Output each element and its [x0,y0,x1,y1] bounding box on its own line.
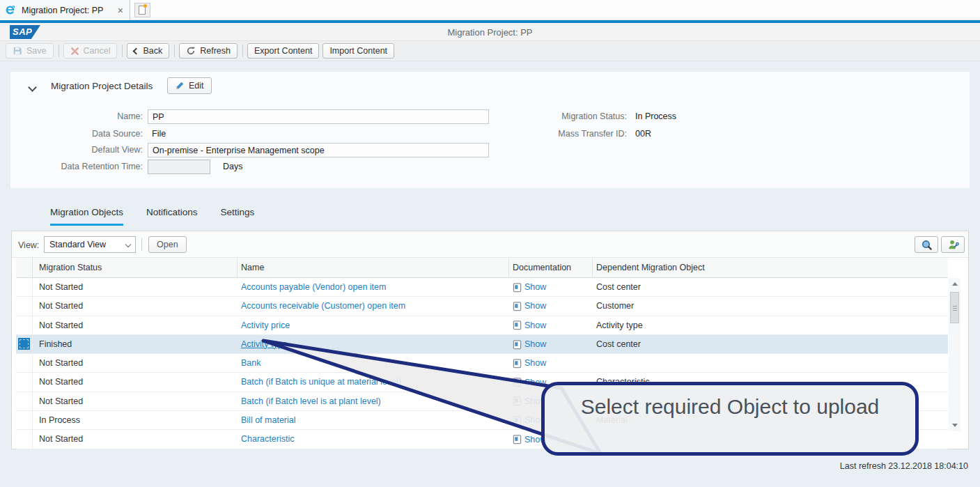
row-selector[interactable] [16,430,33,448]
row-status: Not Started [33,354,238,372]
show-documentation-link[interactable]: Show [524,297,546,315]
personalize-button[interactable] [941,236,965,253]
scroll-up-icon[interactable] [949,278,960,290]
show-documentation-link[interactable]: Show [524,335,546,353]
document-icon [513,396,522,406]
name-field[interactable] [148,109,489,124]
row-selector[interactable] [16,297,33,315]
document-icon [513,320,522,330]
view-label: View: [18,240,39,250]
table-row: Not Started Bank Show [16,354,948,373]
show-documentation-link[interactable]: Show [524,373,546,392]
chevron-down-icon [125,242,131,247]
migration-status-label: Migration Status: [501,111,627,121]
row-dependent: Cost center [593,335,948,353]
save-icon [13,46,22,56]
scrollbar-thumb[interactable] [950,292,959,323]
row-selector[interactable] [16,392,33,410]
row-selector[interactable] [16,411,33,429]
scroll-down-icon[interactable] [949,419,960,431]
main-toolbar: Save Cancel Back Refresh Export Content … [0,41,980,61]
data-source-label: Data Source: [10,129,143,139]
show-documentation-link[interactable]: Show [524,278,546,296]
row-selector[interactable] [16,373,33,391]
user-settings-icon [947,239,959,251]
select-all-column-header[interactable] [16,258,33,277]
cancel-x-icon [70,47,79,56]
chevron-down-icon [28,83,37,92]
row-status: Not Started [33,430,238,448]
table-scrollbar[interactable] [949,278,960,431]
annotation-text: Select required Object to upload [556,393,904,420]
document-icon [513,377,522,387]
row-status: Not Started [33,297,238,315]
search-icon [921,239,933,251]
view-select-value: Standard View [49,240,106,249]
migration-project-details-panel: Migration Project Details Edit Name: Dat… [10,72,970,188]
data-retention-field[interactable] [148,160,210,174]
row-selector[interactable] [16,354,33,372]
toolbar-separator [174,45,175,57]
document-icon [513,339,522,350]
tab-close-icon[interactable]: × [116,6,125,15]
days-unit-label: Days [223,162,242,171]
object-link[interactable]: Characteristic [241,434,294,444]
pencil-icon [175,81,185,91]
row-selector[interactable] [16,335,33,353]
chevron-left-icon [133,47,140,54]
object-link[interactable]: Batch (if Batch level is at plant level) [241,396,381,406]
view-select[interactable]: Standard View [44,236,136,253]
default-view-field[interactable] [148,143,489,157]
column-header-documentation[interactable]: Documentation [509,258,593,277]
back-button[interactable]: Back [127,43,169,59]
last-refresh-status: Last refresh 23.12.2018 18:04:10 [840,461,968,471]
object-link[interactable]: Activity price [241,320,290,330]
show-documentation-link[interactable]: Show [524,316,546,334]
default-view-label: Default View: [10,145,143,155]
object-link[interactable]: Batch (if Batch is unique at material le… [241,377,401,387]
column-header-migration-status[interactable]: Migration Status [33,258,238,277]
object-link[interactable]: Accounts receivable (Customer) open item [241,301,405,311]
object-link[interactable]: Accounts payable (Vendor) open item [241,282,386,292]
object-link[interactable]: Bank [241,358,261,368]
document-icon [513,358,522,369]
tab-notifications[interactable]: Notifications [146,207,198,226]
browser-tab[interactable]: Migration Project: PP × [0,0,130,20]
toolbar-separator [59,45,59,57]
import-content-button[interactable]: Import Content [322,43,394,59]
column-header-name[interactable]: Name [238,258,509,277]
table-row: Not Started Activity price Show Activity… [16,316,948,335]
row-selector[interactable] [16,278,33,296]
search-button[interactable] [915,236,938,253]
cancel-button[interactable]: Cancel [63,43,118,59]
document-icon [513,301,522,311]
row-status: In Process [33,411,238,429]
toolbar-separator [141,238,142,251]
save-button[interactable]: Save [6,43,54,59]
migration-status-value: In Process [635,111,676,121]
tab-strip: Migration Objects Notifications Settings [50,207,277,226]
toolbar-separator [122,45,123,57]
sap-header: Migration Project: PP SAP [0,23,980,41]
refresh-button[interactable]: Refresh [179,43,238,59]
page-title: Migration Project: PP [0,27,980,38]
column-header-dependent[interactable]: Dependent Migration Object [593,258,948,277]
new-tab-sparkle-icon [143,4,147,8]
tab-migration-objects[interactable]: Migration Objects [50,207,123,226]
export-content-button[interactable]: Export Content [247,43,319,59]
row-status: Finished [33,335,238,353]
data-retention-label: Data Retention Time: [10,162,143,171]
row-selector[interactable] [16,316,33,334]
name-label: Name: [10,111,143,121]
document-icon [513,282,522,293]
tab-settings[interactable]: Settings [221,207,255,226]
edit-button[interactable]: Edit [167,77,212,94]
new-tab-button[interactable] [134,3,150,17]
table-header-row: Migration Status Name Documentation Depe… [16,258,948,278]
show-documentation-link[interactable]: Show [524,354,546,372]
object-link[interactable]: Bill of material [241,415,296,425]
collapse-section-button[interactable] [29,81,36,93]
object-link[interactable]: Activity type [241,339,288,349]
table-row: Not Started Accounts payable (Vendor) op… [16,278,948,297]
open-button[interactable]: Open [148,236,187,253]
